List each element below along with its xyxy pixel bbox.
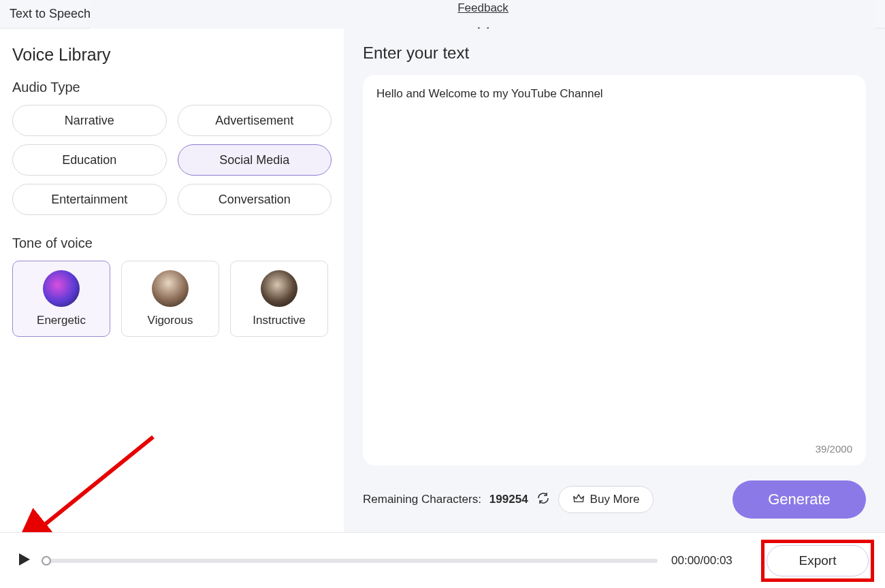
tone-row: Energetic Vigorous Instructive	[12, 261, 332, 337]
window-title: Text to Speech	[10, 7, 91, 21]
text-input[interactable]: Hello and Welcome to my YouTube Channel …	[363, 75, 866, 466]
tone-card-vigorous[interactable]: Vigorous	[121, 261, 219, 337]
controls-row: Remaining Characters: 199254 Buy More Ge…	[363, 466, 866, 532]
feedback-link[interactable]: Feedback	[457, 1, 509, 15]
audio-type-social-media[interactable]: Social Media	[178, 144, 332, 176]
time-label: 00:00/00:03	[671, 554, 753, 568]
generate-button[interactable]: Generate	[733, 480, 866, 519]
titlebar: Text to Speech Feedback	[0, 0, 885, 29]
playbar: 00:00/00:03 Export	[0, 532, 885, 588]
audio-type-narrative[interactable]: Narrative	[12, 105, 167, 136]
tone-label: Vigorous	[148, 314, 193, 327]
controls-left: Remaining Characters: 199254 Buy More	[363, 486, 654, 513]
main-area: Voice Library Audio Type Narrative Adver…	[0, 29, 885, 532]
audio-type-grid: Narrative Advertisement Education Social…	[12, 105, 332, 215]
buy-more-label: Buy More	[590, 493, 640, 506]
text-content: Hello and Welcome to my YouTube Channel	[376, 87, 852, 101]
left-panel: Voice Library Audio Type Narrative Adver…	[0, 29, 344, 532]
progress-bar[interactable]	[46, 559, 658, 563]
buy-more-button[interactable]: Buy More	[558, 486, 654, 513]
voice-library-heading: Voice Library	[12, 45, 332, 65]
remaining-value: 199254	[489, 493, 528, 506]
avatar-icon	[43, 270, 80, 307]
avatar-icon	[261, 270, 297, 307]
play-icon[interactable]	[16, 551, 33, 570]
avatar-icon	[152, 270, 189, 307]
refresh-icon[interactable]	[536, 491, 550, 508]
tone-card-energetic[interactable]: Energetic	[12, 261, 110, 337]
enter-text-heading: Enter your text	[363, 44, 866, 63]
tone-heading: Tone of voice	[12, 235, 332, 251]
audio-type-entertainment[interactable]: Entertainment	[12, 184, 167, 215]
svg-marker-2	[19, 553, 30, 566]
tone-label: Instructive	[253, 314, 305, 327]
remaining-label: Remaining Characters:	[363, 493, 481, 506]
progress-knob[interactable]	[42, 556, 51, 566]
svg-line-1	[39, 437, 153, 529]
tone-card-instructive[interactable]: Instructive	[230, 261, 328, 337]
audio-type-education[interactable]: Education	[12, 144, 167, 176]
export-container: Export	[767, 545, 869, 576]
tone-label: Energetic	[37, 314, 86, 327]
export-button[interactable]: Export	[767, 545, 869, 576]
right-panel: Enter your text Hello and Welcome to my …	[344, 29, 885, 532]
char-counter: 39/2000	[816, 443, 852, 455]
audio-type-advertisement[interactable]: Advertisement	[178, 105, 332, 136]
crown-icon	[573, 492, 585, 508]
audio-type-conversation[interactable]: Conversation	[178, 184, 332, 215]
audio-type-heading: Audio Type	[12, 80, 332, 95]
